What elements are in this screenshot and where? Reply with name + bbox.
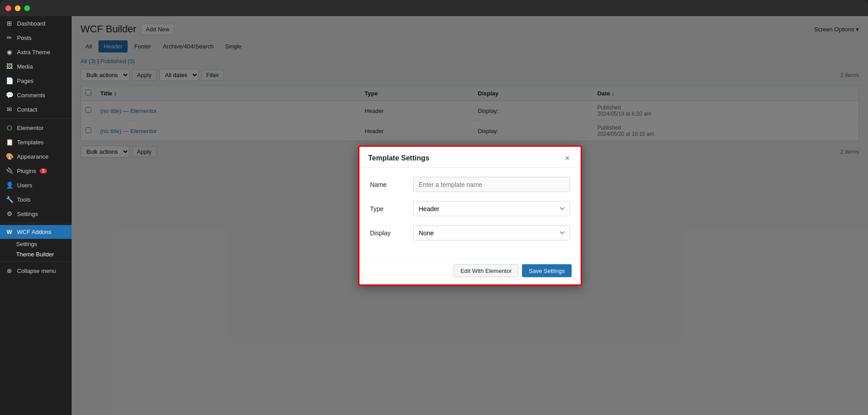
sidebar-item-label: Tools <box>17 196 30 203</box>
sidebar-item-comments[interactable]: 💬 Comments <box>0 88 72 102</box>
sidebar-item-dashboard[interactable]: ⊞ Dashboard <box>0 16 72 30</box>
type-row: Type Header Footer Archive/404/Search Si… <box>370 201 570 216</box>
type-label: Type <box>370 205 406 212</box>
modal-body: Name Type Header Footer Archive/404/Sear… <box>359 168 581 259</box>
minimize-button[interactable] <box>15 5 21 11</box>
sidebar-sub-settings[interactable]: Settings <box>0 239 72 249</box>
sidebar-sub-theme-builder[interactable]: Theme Builder <box>0 249 72 259</box>
sidebar-item-wcf-addons[interactable]: W WCF Addons <box>0 225 72 239</box>
modal-content: Template Settings × Name Type Header Foo… <box>358 146 582 286</box>
wcf-icon: W <box>5 229 13 235</box>
sidebar-divider <box>0 118 72 119</box>
sidebar-divider-3 <box>0 261 72 262</box>
axtra-theme-icon: ◉ <box>5 48 13 56</box>
sidebar-item-label: Pages <box>17 78 34 84</box>
display-select[interactable]: None All Pages Front Page Single Post <box>413 225 570 241</box>
modal-title: Template Settings <box>368 154 430 162</box>
sidebar-item-users[interactable]: 👤 Users <box>0 178 72 192</box>
sidebar-item-label: Media <box>17 63 33 70</box>
settings-icon: ⚙ <box>5 210 13 217</box>
modal-header: Template Settings × <box>359 147 581 168</box>
pages-icon: 📄 <box>5 77 13 84</box>
sidebar-item-label: Elementor <box>17 125 43 131</box>
sidebar-item-label: Comments <box>17 92 45 99</box>
templates-icon: 📋 <box>5 138 13 146</box>
name-row: Name <box>370 177 570 192</box>
maximize-button[interactable] <box>24 5 30 11</box>
sidebar-item-label: Settings <box>17 211 38 217</box>
users-icon: 👤 <box>5 182 13 189</box>
sidebar-item-label: Users <box>17 182 32 189</box>
sidebar-item-label: Posts <box>17 35 32 41</box>
close-button[interactable] <box>5 5 11 11</box>
contact-icon: ✉ <box>5 106 13 113</box>
app-container: ⊞ Dashboard ✏ Posts ◉ Axtra Theme 🖼 Medi… <box>0 16 868 415</box>
elementor-icon: ⬡ <box>5 124 13 131</box>
modal-footer: Edit With Elementor Save Settings <box>359 259 581 285</box>
sidebar-sub-settings-label: Settings <box>16 241 37 247</box>
sidebar-divider-2 <box>0 223 72 223</box>
media-icon: 🖼 <box>5 63 13 70</box>
sidebar-item-media[interactable]: 🖼 Media <box>0 59 72 73</box>
sidebar-item-templates[interactable]: 📋 Templates <box>0 135 72 149</box>
sidebar-item-elementor[interactable]: ⬡ Elementor <box>0 121 72 135</box>
sidebar-item-label: Appearance <box>17 153 48 160</box>
sidebar-item-label: Templates <box>17 139 43 146</box>
sidebar-item-label: WCF Addons <box>17 229 51 235</box>
display-row: Display None All Pages Front Page Single… <box>370 225 570 241</box>
sidebar-item-tools[interactable]: 🔧 Tools <box>0 192 72 207</box>
collapse-menu-button[interactable]: ⊕ Collapse menu <box>0 264 72 278</box>
plugins-badge: 3 <box>40 169 47 173</box>
edit-with-elementor-button[interactable]: Edit With Elementor <box>453 264 518 277</box>
main-content: WCF Builder Add New Screen Options ▾ All… <box>72 16 868 415</box>
sidebar-item-label: Plugins <box>17 168 36 174</box>
sidebar-item-contact[interactable]: ✉ Contact <box>0 102 72 117</box>
display-label: Display <box>370 229 406 237</box>
dashboard-icon: ⊞ <box>5 20 13 27</box>
template-settings-modal: Template Settings × Name Type Header Foo… <box>358 146 582 286</box>
collapse-label: Collapse menu <box>17 268 56 274</box>
save-settings-button[interactable]: Save Settings <box>522 264 571 277</box>
collapse-icon: ⊕ <box>5 267 13 274</box>
sidebar-item-pages[interactable]: 📄 Pages <box>0 73 72 88</box>
name-input[interactable] <box>413 177 570 192</box>
name-label: Name <box>370 181 406 188</box>
sidebar-item-appearance[interactable]: 🎨 Appearance <box>0 149 72 164</box>
sidebar: ⊞ Dashboard ✏ Posts ◉ Axtra Theme 🖼 Medi… <box>0 16 72 415</box>
sidebar-item-axtra-theme[interactable]: ◉ Axtra Theme <box>0 45 72 59</box>
window-chrome <box>0 0 868 16</box>
sidebar-item-plugins[interactable]: 🔌 Plugins 3 <box>0 164 72 178</box>
modal-close-button[interactable]: × <box>563 154 572 162</box>
sidebar-item-posts[interactable]: ✏ Posts <box>0 30 72 45</box>
tools-icon: 🔧 <box>5 196 13 203</box>
sidebar-item-label: Dashboard <box>17 20 46 27</box>
sidebar-item-settings[interactable]: ⚙ Settings <box>0 207 72 221</box>
plugins-icon: 🔌 <box>5 167 13 174</box>
comments-icon: 💬 <box>5 91 13 99</box>
sidebar-item-label: Contact <box>17 106 37 113</box>
sidebar-item-label: Axtra Theme <box>17 49 50 56</box>
appearance-icon: 🎨 <box>5 153 13 160</box>
sidebar-sub-theme-builder-label: Theme Builder <box>16 251 54 258</box>
posts-icon: ✏ <box>5 34 13 41</box>
type-select[interactable]: Header Footer Archive/404/Search Single <box>413 201 570 216</box>
